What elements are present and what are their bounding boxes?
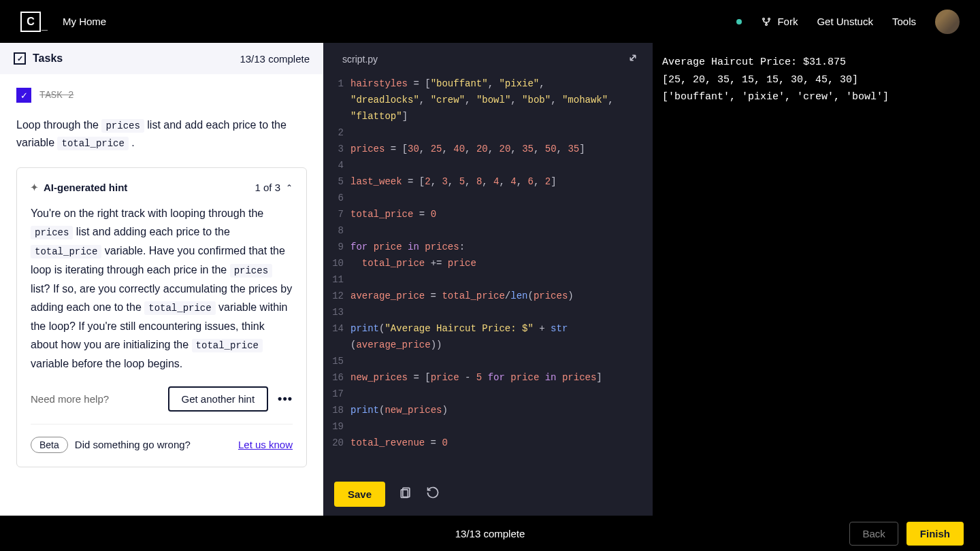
- tasks-title: Tasks: [14, 52, 63, 65]
- progress-text: 13/13 complete: [240, 53, 310, 65]
- back-button[interactable]: Back: [849, 522, 898, 546]
- code-pill: prices: [31, 226, 73, 239]
- hint-title: ✦ AI-generated hint: [31, 182, 127, 193]
- expand-icon[interactable]: [627, 52, 639, 67]
- user-avatar[interactable]: [935, 10, 960, 34]
- let-us-know-link[interactable]: Let us know: [238, 439, 293, 450]
- svg-point-0: [763, 18, 765, 20]
- finish-button[interactable]: Finish: [906, 522, 964, 546]
- hint-body: You're on the right track with looping t…: [31, 204, 293, 373]
- code-pill: total_price: [192, 339, 263, 352]
- tasks-sidebar: Tasks 13/13 complete TASK 2 Loop through…: [0, 43, 323, 516]
- more-dots-icon[interactable]: •••: [278, 392, 293, 406]
- bottom-footer: 13/13 complete Back Finish: [0, 516, 980, 551]
- nav-home[interactable]: My Home: [63, 16, 106, 27]
- editor-tabs: script.py: [323, 43, 653, 76]
- tasks-label: Tasks: [33, 52, 63, 65]
- footer-actions: Back Finish: [849, 522, 964, 546]
- code-pill: total_price: [144, 301, 215, 315]
- chevron-up-icon[interactable]: ⌃: [286, 183, 293, 193]
- output-line: Average Haircut Price: $31.875: [662, 54, 970, 71]
- save-button[interactable]: Save: [334, 482, 385, 507]
- fork-link[interactable]: Fork: [761, 16, 798, 27]
- top-header: C My Home Fork Get Unstuck Tools: [0, 0, 980, 43]
- task-label: TASK 2: [39, 90, 74, 101]
- output-line: [25, 20, 35, 15, 15, 30, 45, 30]: [662, 71, 970, 89]
- beta-row: Beta Did something go wrong? Let us know: [31, 424, 293, 453]
- line-gutter: 123456789▼1011121314151617181920: [323, 76, 350, 472]
- sidebar-header: Tasks 13/13 complete: [0, 43, 323, 74]
- code-editor: script.py 123456789▼10111213141516171819…: [323, 43, 653, 516]
- svg-point-2: [766, 23, 768, 25]
- sparkle-icon: ✦: [31, 182, 38, 193]
- clipboard-icon[interactable]: [399, 486, 412, 503]
- output-line: ['bouffant', 'pixie', 'crew', 'bowl']: [662, 88, 970, 106]
- reset-icon[interactable]: [426, 486, 440, 503]
- code-pill: prices: [230, 264, 272, 278]
- hint-box: ✦ AI-generated hint 1 of 3 ⌃ You're on t…: [16, 167, 307, 467]
- code-pill: prices: [101, 119, 144, 133]
- code-lines[interactable]: hairstyles = ["bouffant", "pixie", "drea…: [350, 76, 653, 472]
- svg-rect-4: [401, 489, 408, 497]
- beta-text: Did something go wrong?: [75, 439, 191, 450]
- sidebar-body: TASK 2 Loop through the prices list and …: [0, 74, 323, 516]
- fork-icon: [761, 16, 772, 27]
- status-dot-icon: [736, 19, 742, 24]
- editor-footer: Save: [323, 472, 653, 516]
- header-right: Fork Get Unstuck Tools: [736, 10, 960, 34]
- get-another-hint-button[interactable]: Get another hint: [168, 386, 269, 412]
- hint-counter: 1 of 3 ⌃: [255, 182, 293, 193]
- code-pill: total_price: [31, 245, 101, 258]
- need-help-text: Need more help?: [31, 393, 109, 405]
- beta-badge: Beta: [31, 437, 68, 453]
- checkbox-icon: [14, 52, 26, 65]
- logo[interactable]: C: [20, 12, 41, 32]
- svg-point-1: [768, 18, 770, 20]
- task-check-icon: [16, 88, 31, 103]
- editor-tab[interactable]: script.py: [337, 44, 383, 74]
- hint-header: ✦ AI-generated hint 1 of 3 ⌃: [31, 182, 293, 193]
- code-pill: total_price: [57, 137, 128, 150]
- task-description: Loop through the prices list and add eac…: [16, 116, 307, 151]
- footer-progress: 13/13 complete: [455, 528, 525, 539]
- task-item[interactable]: TASK 2: [16, 88, 307, 103]
- unstuck-link[interactable]: Get Unstuck: [817, 16, 873, 27]
- hint-actions: Get another hint •••: [168, 386, 293, 412]
- tools-link[interactable]: Tools: [892, 16, 916, 27]
- main-content: Tasks 13/13 complete TASK 2 Loop through…: [0, 43, 980, 516]
- code-area[interactable]: 123456789▼1011121314151617181920 hairsty…: [323, 76, 653, 472]
- hint-footer: Need more help? Get another hint •••: [31, 386, 293, 412]
- header-left: C My Home: [20, 12, 106, 32]
- output-panel: Average Haircut Price: $31.875[25, 20, 3…: [653, 43, 980, 516]
- fork-label: Fork: [777, 16, 798, 27]
